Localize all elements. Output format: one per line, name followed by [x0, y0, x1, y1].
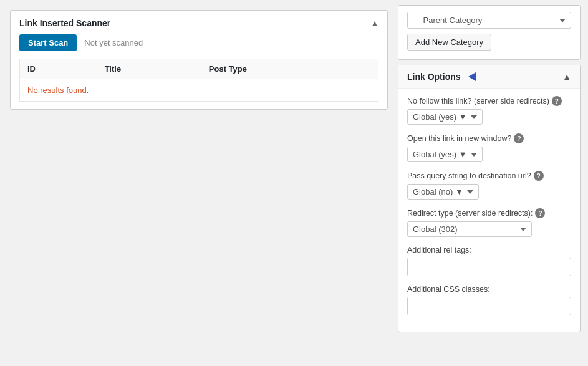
query-string-help-icon[interactable]: ?	[534, 171, 544, 181]
link-options-box: Link Options ▲ No follow this link? (ser…	[398, 65, 581, 332]
table-header-row: ID Title Post Type	[20, 59, 378, 79]
field-no-follow-label: No follow this link? (server side redire…	[407, 96, 571, 106]
scan-status-text: Not yet scanned	[84, 38, 143, 47]
field-rel-tags-label: Additional rel tags:	[407, 246, 571, 254]
query-string-select[interactable]: Global (no) ▼	[407, 184, 479, 200]
empty-message: No results found.	[20, 79, 378, 102]
link-options-arrow-icon	[468, 72, 476, 81]
scanner-box: Link Inserted Scanner ▲ Start Scan Not y…	[10, 10, 388, 110]
field-no-follow: No follow this link? (server side redire…	[407, 96, 571, 125]
new-window-select[interactable]: Global (yes) ▼	[407, 147, 483, 162]
new-window-help-icon[interactable]: ?	[514, 133, 524, 143]
field-query-string-label: Pass query string to destination url? ?	[407, 171, 571, 181]
parent-category-select[interactable]: — Parent Category —	[407, 12, 571, 29]
scanner-table: ID Title Post Type No results found.	[19, 59, 378, 102]
field-redirect-type: Redirect type (server side redirects): ?…	[407, 208, 571, 237]
col-header-post-type: Post Type	[201, 59, 378, 79]
field-css-classes-label: Additional CSS classes:	[407, 285, 571, 294]
right-inner: — Parent Category — Add New Category Lin…	[398, 0, 588, 332]
left-panel: Link Inserted Scanner ▲ Start Scan Not y…	[0, 0, 398, 366]
css-classes-input[interactable]	[407, 297, 571, 315]
no-follow-help-icon[interactable]: ?	[552, 96, 562, 106]
field-query-string: Pass query string to destination url? ? …	[407, 171, 571, 200]
field-new-window: Open this link in new window? ? Global (…	[407, 133, 571, 162]
col-header-title: Title	[97, 59, 201, 79]
scanner-header: Link Inserted Scanner ▲	[19, 18, 378, 28]
field-new-window-label: Open this link in new window? ?	[407, 133, 571, 143]
redirect-type-help-icon[interactable]: ?	[535, 208, 545, 218]
category-box: — Parent Category — Add New Category	[398, 5, 581, 60]
redirect-type-select[interactable]: Global (302)	[407, 221, 532, 237]
rel-tags-input[interactable]	[407, 258, 571, 276]
link-options-collapse-button[interactable]: ▲	[562, 72, 571, 82]
scanner-title: Link Inserted Scanner	[19, 18, 110, 28]
link-options-title-row: Link Options	[407, 72, 476, 82]
parent-category-row: — Parent Category —	[407, 12, 571, 29]
link-options-header: Link Options ▲	[398, 65, 580, 89]
scanner-actions: Start Scan Not yet scanned	[19, 34, 378, 51]
start-scan-button[interactable]: Start Scan	[19, 34, 77, 51]
link-options-body: No follow this link? (server side redire…	[398, 89, 580, 332]
no-follow-select[interactable]: Global (yes) ▼	[407, 109, 483, 125]
field-css-classes: Additional CSS classes:	[407, 285, 571, 315]
table-empty-row: No results found.	[20, 79, 378, 102]
col-header-id: ID	[20, 59, 97, 79]
right-panel: — Parent Category — Add New Category Lin…	[398, 0, 588, 366]
add-new-category-button[interactable]: Add New Category	[407, 34, 491, 51]
link-options-title: Link Options	[407, 72, 461, 82]
field-redirect-type-label: Redirect type (server side redirects): ?	[407, 208, 571, 218]
scanner-collapse-icon: ▲	[371, 19, 378, 27]
field-rel-tags: Additional rel tags:	[407, 246, 571, 276]
